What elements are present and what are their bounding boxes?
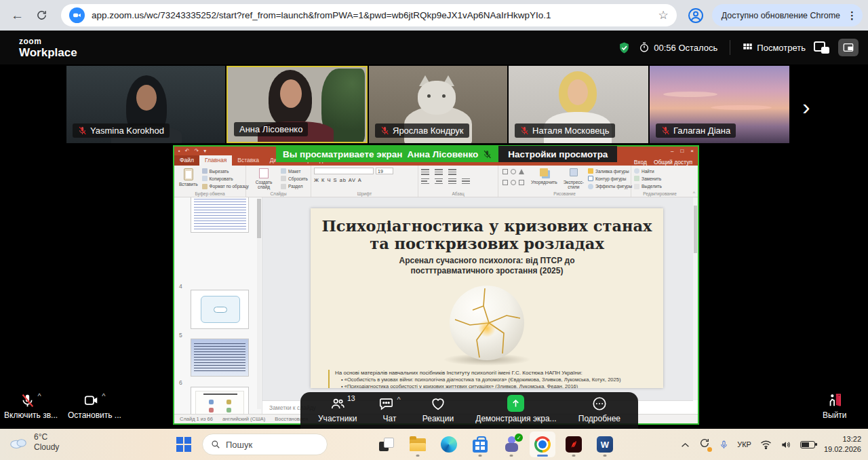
ppt-quick-access-toolbar[interactable]: ▪ ↶ ↷ ▾ bbox=[178, 148, 206, 154]
sync-tray-icon[interactable] bbox=[698, 438, 711, 451]
tab-insert[interactable]: Вставка bbox=[232, 155, 264, 166]
chrome-update-button[interactable]: Доступно обновление Chrome ⋮ bbox=[712, 4, 863, 26]
rect-shape-icon[interactable] bbox=[502, 169, 508, 174]
minimize-view-button[interactable] bbox=[838, 39, 859, 56]
language-indicator[interactable]: УКР bbox=[737, 440, 751, 448]
stop-video-button[interactable]: ^ Остановить ... bbox=[68, 392, 121, 429]
slide-thumbnail[interactable] bbox=[191, 197, 249, 233]
language-status[interactable]: английский (США) bbox=[222, 416, 265, 422]
task-view-button[interactable] bbox=[374, 432, 399, 457]
chat-button[interactable]: ^ Чат bbox=[378, 396, 400, 423]
slide-thumbnail[interactable] bbox=[191, 290, 249, 329]
numbered-list-icon[interactable] bbox=[435, 169, 443, 175]
weather-widget[interactable]: 6°C Cloudy bbox=[8, 432, 59, 453]
align-right-icon[interactable] bbox=[448, 178, 456, 185]
align-left-icon[interactable] bbox=[421, 178, 429, 185]
font-name-select[interactable] bbox=[314, 168, 374, 174]
participant-tile-active-speaker[interactable]: Анна Лісовенко bbox=[226, 66, 368, 143]
triangle-shape-icon[interactable] bbox=[519, 169, 524, 174]
participant-tile[interactable]: Yasmina Korokhod bbox=[66, 66, 225, 143]
cut-button[interactable]: Вырезать bbox=[202, 168, 249, 174]
taskbar-search[interactable]: Пошук bbox=[202, 434, 328, 455]
current-slide[interactable]: Психодіагностика у кризових станах та по… bbox=[311, 208, 663, 388]
wifi-icon[interactable] bbox=[760, 440, 772, 449]
unmute-button[interactable]: ^ Включить зв... bbox=[4, 392, 58, 429]
ppt-window-controls[interactable]: – □ × bbox=[671, 148, 694, 154]
redo-icon[interactable]: ↷ bbox=[195, 148, 199, 154]
share-document-button[interactable]: Общий доступ bbox=[654, 159, 692, 166]
slide-scrollbar[interactable] bbox=[693, 197, 698, 400]
shape-outline-button[interactable]: Контур фигуры bbox=[588, 175, 632, 182]
slide-thumbnail[interactable] bbox=[191, 339, 249, 377]
select-button[interactable]: Выделить bbox=[634, 183, 662, 190]
close-icon[interactable]: × bbox=[690, 148, 694, 154]
view-button[interactable]: Посмотреть bbox=[743, 43, 806, 53]
security-shield-icon[interactable] bbox=[618, 41, 631, 54]
align-center-icon[interactable] bbox=[435, 178, 443, 185]
teams-button[interactable]: ✓ bbox=[498, 432, 524, 457]
rect-shape-icon[interactable] bbox=[502, 180, 508, 185]
shape-effects-button[interactable]: Эффекты фигуры bbox=[588, 183, 632, 190]
layout-button[interactable]: Макет bbox=[281, 168, 308, 174]
columns-icon[interactable] bbox=[462, 178, 470, 185]
chat-options-icon[interactable]: ^ bbox=[397, 396, 400, 404]
microphone-tray-icon[interactable] bbox=[719, 439, 728, 451]
restore-icon[interactable]: □ bbox=[680, 148, 684, 154]
acrobat-button[interactable] bbox=[561, 432, 587, 457]
pop-out-icon[interactable] bbox=[814, 41, 830, 54]
collapse-ribbon-icon[interactable]: ^ bbox=[693, 191, 695, 195]
save-icon[interactable]: ▪ bbox=[178, 148, 180, 154]
copy-button[interactable]: Копировать bbox=[202, 175, 249, 182]
browser-menu-icon[interactable]: ⋮ bbox=[847, 9, 857, 22]
arrange-button[interactable]: Упорядочить bbox=[529, 168, 559, 190]
tab-home[interactable]: Главная bbox=[199, 155, 232, 166]
url-text[interactable]: app.zoom.us/wc/73243335252/start?ref_fro… bbox=[92, 10, 651, 20]
circle-shape-icon[interactable] bbox=[511, 180, 516, 185]
back-icon[interactable]: ← bbox=[11, 8, 24, 23]
address-bar[interactable]: app.zoom.us/wc/73243335252/start?ref_fro… bbox=[61, 4, 677, 26]
mic-options-icon[interactable]: ^ bbox=[37, 392, 41, 400]
thumbnail-scrollbar[interactable] bbox=[257, 199, 261, 409]
refresh-icon[interactable] bbox=[36, 9, 47, 21]
rect-shape-icon[interactable] bbox=[519, 180, 524, 185]
indent-icon[interactable] bbox=[448, 169, 456, 175]
slide-thumbnail-panel[interactable]: 4 5 6 7 bbox=[174, 197, 262, 414]
view-options-button[interactable]: Настройки просмотра bbox=[498, 146, 617, 162]
next-participants-chevron-icon[interactable]: › bbox=[795, 92, 818, 121]
reset-button[interactable]: Сбросить bbox=[281, 175, 308, 182]
volume-icon[interactable] bbox=[781, 440, 791, 450]
chrome-button[interactable] bbox=[530, 432, 555, 457]
font-style-buttons[interactable]: Ж К Ч S ab AV A bbox=[314, 177, 415, 183]
replace-button[interactable]: Заменить bbox=[634, 175, 662, 182]
shapes-gallery[interactable] bbox=[501, 168, 527, 190]
shape-fill-button[interactable]: Заливка фигуры bbox=[588, 168, 632, 174]
hidden-icons-chevron-icon[interactable] bbox=[681, 442, 690, 448]
find-button[interactable]: Найти bbox=[634, 168, 662, 174]
paste-button[interactable]: Вставить bbox=[177, 168, 200, 190]
reactions-button[interactable]: Реакции bbox=[422, 396, 454, 423]
taskbar-clock[interactable]: 13:22 19.02.2026 bbox=[824, 434, 861, 455]
leave-button[interactable]: Выйти bbox=[823, 392, 847, 420]
profile-icon[interactable] bbox=[688, 7, 704, 24]
participant-tile[interactable]: Наталя Московець bbox=[509, 66, 648, 143]
start-button[interactable] bbox=[171, 432, 197, 457]
bookmark-star-icon[interactable]: ☆ bbox=[658, 8, 668, 22]
circle-shape-icon[interactable] bbox=[511, 169, 516, 174]
new-slide-button[interactable]: Создать слайд bbox=[249, 168, 279, 190]
font-size-select[interactable]: 19 bbox=[376, 168, 393, 174]
share-screen-button[interactable]: Демонстрация экра... bbox=[475, 396, 556, 423]
slide-thumbnail[interactable] bbox=[191, 387, 249, 414]
qat-dropdown-icon[interactable]: ▾ bbox=[203, 148, 206, 154]
signin-button[interactable]: Вход bbox=[634, 159, 647, 166]
microsoft-store-button[interactable] bbox=[467, 432, 493, 457]
word-button[interactable]: W bbox=[592, 432, 618, 457]
more-button[interactable]: Подробнее bbox=[578, 396, 620, 423]
video-options-icon[interactable]: ^ bbox=[102, 392, 105, 400]
participants-button[interactable]: 13 Участники bbox=[318, 396, 357, 423]
quick-styles-button[interactable]: Экспресс-стили bbox=[561, 168, 586, 190]
bullet-list-icon[interactable] bbox=[421, 169, 429, 175]
file-explorer-button[interactable] bbox=[405, 432, 431, 457]
undo-icon[interactable]: ↶ bbox=[185, 148, 190, 154]
format-painter-button[interactable]: Формат по образцу bbox=[202, 183, 249, 190]
edge-button[interactable] bbox=[436, 432, 462, 457]
